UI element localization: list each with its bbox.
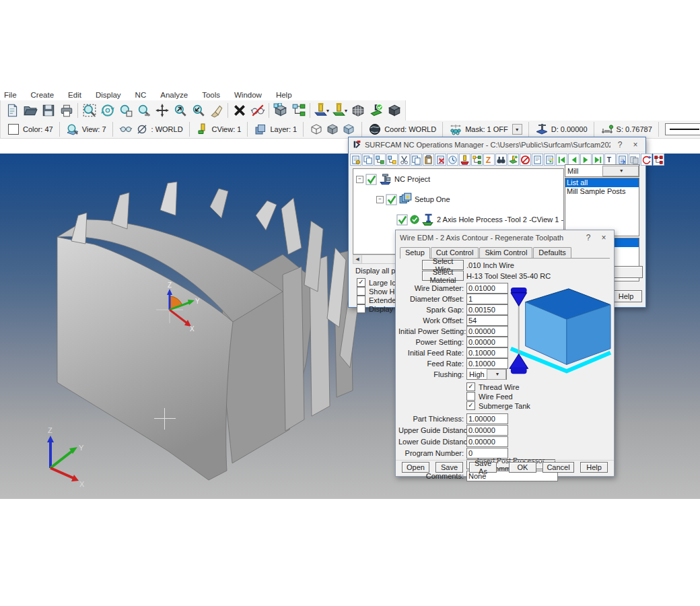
checkbox-wire-feed[interactable]: Wire Feed (466, 392, 573, 401)
tab-setup[interactable]: Setup (400, 247, 430, 259)
status-segment[interactable]: Color: 47 (3, 122, 57, 137)
nc-window-titlebar[interactable]: SURFCAM NC Operations Manager - C:\Users… (349, 137, 645, 152)
mgr-doc-button[interactable] (532, 154, 543, 166)
tool-flip-button[interactable]: ▼ (330, 102, 349, 119)
status-segment[interactable]: View: 7 (62, 122, 110, 137)
solid-cube-button[interactable] (385, 102, 403, 119)
dialog-help-button[interactable]: ? (582, 233, 594, 242)
checkbox-icon[interactable]: ✓ (466, 401, 475, 410)
mgr-zlevel-button[interactable]: Z (483, 154, 495, 166)
status-segment[interactable]: S: 0.76787 (596, 122, 656, 137)
mgr-clock-button[interactable] (447, 154, 458, 166)
mgr-add-op-button[interactable] (374, 154, 386, 166)
mgr-save-button[interactable] (350, 154, 361, 166)
tree-item[interactable]: −NC Project (356, 172, 430, 186)
dialog-close-button[interactable]: × (598, 233, 610, 242)
nc-help-button[interactable]: ? (614, 140, 626, 149)
tree-item[interactable]: −Setup One (376, 193, 450, 206)
open-file-button[interactable] (21, 102, 39, 119)
zoom-out-button[interactable] (189, 102, 207, 119)
menu-display[interactable]: Display (94, 90, 123, 100)
checkbox-submerge-tank[interactable]: ✓Submerge Tank (466, 401, 573, 410)
tree-collapse-icon[interactable]: − (376, 196, 384, 203)
menu-create[interactable]: Create (30, 90, 56, 100)
status-segment[interactable]: Mask: 1 OFF▼ (445, 122, 526, 137)
field-input-lower-guide-distance-[interactable]: 0.00000 (466, 436, 508, 447)
scroll-left-icon[interactable]: ◀ (353, 255, 362, 263)
ok-button[interactable]: OK (509, 462, 536, 473)
chevron-down-icon[interactable]: ▼ (344, 108, 349, 113)
save-file-button[interactable] (39, 102, 57, 119)
mgr-del-tree-button[interactable] (653, 154, 664, 166)
menu-tools[interactable]: Tools (201, 90, 221, 100)
field-input-work-offset-[interactable]: 54 (466, 315, 508, 326)
checkbox-icon[interactable] (357, 296, 365, 304)
select-material-button[interactable]: Select Material (422, 271, 464, 281)
mgr-doc-settings-button[interactable] (544, 154, 555, 166)
mgr-sim-button[interactable] (508, 154, 519, 166)
help-button[interactable]: Help (580, 462, 608, 473)
transform-cube-button[interactable] (271, 102, 289, 119)
field-input-part-thickness-[interactable]: 1.00000 (466, 413, 508, 424)
menu-help[interactable]: Help (275, 90, 293, 100)
redraw-brush-button[interactable] (207, 102, 225, 119)
mgr-delete-button[interactable] (435, 154, 446, 166)
field-input-upper-guide-distance-[interactable]: 0.00000 (466, 425, 508, 436)
menu-file[interactable]: File (3, 90, 18, 100)
verify-button[interactable] (367, 102, 385, 119)
checkbox-thread-wire[interactable]: ✓Thread Wire (466, 382, 573, 391)
tree-item[interactable]: 2 Axis Hole Process -Tool 2 -CView 1 -Ti… (396, 213, 564, 226)
zoom-rotate-button[interactable] (98, 102, 116, 119)
field-input-diameter-offset-[interactable]: 1 (466, 294, 508, 304)
zoom-magnifier-button[interactable] (135, 102, 153, 119)
post-type-combo[interactable]: Mill ▼ (565, 164, 639, 177)
wire-dialog-titlebar[interactable]: Wire EDM - 2 Axis Contour - Regenerate T… (396, 230, 614, 244)
checkbox-icon[interactable] (357, 287, 365, 296)
menu-nc[interactable]: NC (134, 90, 148, 100)
mgr-cut-button[interactable] (398, 154, 410, 166)
mgr-binoculars-button[interactable] (495, 154, 507, 166)
post-list-item[interactable]: List all (565, 178, 639, 187)
menu-window[interactable]: Window (233, 90, 263, 100)
tab-skim-control[interactable]: Skim Control (479, 247, 532, 258)
open-button[interactable]: Open (402, 462, 429, 473)
flushing-select[interactable]: High▼ (466, 368, 507, 380)
mgr-save-all-button[interactable] (362, 154, 374, 166)
checkbox-icon[interactable]: ✓ (466, 382, 475, 391)
mgr-refresh-button[interactable] (641, 154, 652, 166)
status-segment[interactable] (306, 122, 359, 137)
chevron-down-icon[interactable]: ▼ (487, 369, 506, 380)
stock-cage-button[interactable] (349, 102, 367, 119)
status-segment[interactable]: Layer: 1 (250, 122, 301, 137)
checkbox-icon[interactable] (357, 304, 365, 313)
checkbox-icon[interactable]: ✓ (357, 278, 365, 287)
field-input-initial-feed-rate-[interactable]: 0.10000 (466, 347, 508, 358)
menu-edit[interactable]: Edit (67, 90, 83, 100)
zoom-previous-button[interactable] (116, 102, 135, 119)
new-file-button[interactable] (3, 102, 21, 119)
status-segment[interactable]: ▼ (661, 122, 700, 137)
hierarchy-button[interactable] (289, 102, 308, 119)
post-list-item[interactable]: Mill Sample Posts (565, 187, 639, 196)
pan-button[interactable] (153, 102, 171, 119)
tree-collapse-icon[interactable]: − (356, 176, 363, 183)
print-button[interactable] (57, 102, 75, 119)
mgr-nosim-button[interactable] (520, 154, 531, 166)
tab-defaults[interactable]: Defaults (533, 247, 571, 258)
save-as-button[interactable]: Save As (469, 462, 497, 473)
hide-glasses-button[interactable] (248, 102, 267, 119)
field-input-wire-diameter-[interactable]: 0.01000 (466, 283, 508, 294)
chevron-down-icon[interactable]: ▼ (512, 124, 522, 135)
checkbox-icon[interactable] (466, 392, 475, 401)
zoom-window-button[interactable] (80, 102, 98, 119)
zoom-in-button[interactable] (171, 102, 189, 119)
line-style-selector[interactable] (665, 123, 700, 135)
field-input-spark-gap-[interactable]: 0.00150 (466, 304, 508, 315)
mgr-copy-button[interactable] (411, 154, 422, 166)
delete-x-button[interactable] (230, 102, 248, 119)
cancel-button[interactable]: Cancel (542, 462, 574, 473)
mgr-tree-button[interactable] (471, 154, 483, 166)
save-button[interactable]: Save (435, 462, 463, 473)
nc-close-button[interactable]: × (629, 140, 641, 149)
chevron-down-icon[interactable]: ▼ (326, 108, 330, 113)
